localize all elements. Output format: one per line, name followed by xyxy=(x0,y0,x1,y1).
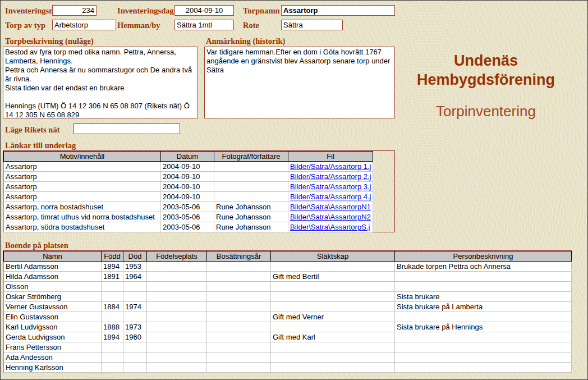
inventeringsdag-input[interactable] xyxy=(174,5,234,16)
residents-cell-bosattningsar xyxy=(207,262,271,272)
residents-cell-personbeskrivning xyxy=(395,282,572,292)
residents-cell-bosattningsar xyxy=(207,342,271,352)
links-cell-motiv: Assartorp xyxy=(4,162,161,172)
file-link[interactable]: Bilder\Satra\AssartorpN2 xyxy=(290,213,371,221)
residents-cell-dod xyxy=(123,312,147,322)
residents-cell-personbeskrivning: Sista brukare xyxy=(395,292,572,302)
anmarkning-label: Anmärkning (historik) xyxy=(206,36,285,46)
links-cell-motiv: Assartorp, södra bostadshuset xyxy=(4,222,161,232)
file-link[interactable]: Bilder/Satra/Assartorp 3.j xyxy=(290,182,371,191)
torpnamn-input[interactable] xyxy=(281,5,395,16)
rote-label: Rote xyxy=(243,21,259,30)
residents-header-fodelseplats: Födelseplats xyxy=(147,251,207,262)
residents-cell-slaktskap xyxy=(271,282,395,292)
links-cell-datum: 2004-09-10 xyxy=(161,192,214,202)
residents-cell-fodelseplats xyxy=(147,352,207,363)
residents-cell-fodelseplats xyxy=(147,332,207,342)
residents-cell-fodd xyxy=(102,352,123,363)
residents-table-row: Frans Pettersson xyxy=(4,342,572,352)
links-cell-fil: Bilder/Satra/Assartorp 1.j xyxy=(288,162,373,172)
file-link[interactable]: Bilder/Satra/Assartorp 4.j xyxy=(290,193,371,201)
residents-cell-fodelseplats xyxy=(147,322,207,332)
links-table-row: Assartorp, norra bostadshuset 2003-05-06… xyxy=(4,202,373,212)
residents-cell-fodd xyxy=(102,292,123,302)
residents-cell-namn: Henning Karlsson xyxy=(4,363,102,373)
links-cell-fil: Bilder/Satra/Assartorp 3.j xyxy=(288,182,373,192)
links-section-heading: Länkar till underlag xyxy=(5,141,76,150)
residents-cell-fodelseplats xyxy=(147,272,207,282)
residents-cell-fodd xyxy=(102,282,123,292)
organization-title: Undenäs Hembygdsförening xyxy=(399,51,573,89)
residents-table-header-row: Namn Född Död Födelseplats Bosättningsår… xyxy=(4,251,572,262)
links-table-header-row: Motiv/innehåll Datum Fotograf/författare… xyxy=(4,152,373,162)
residents-cell-fodd: 1894 xyxy=(102,332,123,342)
residents-cell-fodd: 1888 xyxy=(102,322,123,332)
links-cell-fil: Bilder/Satra/Assartorp 2.j xyxy=(288,172,373,182)
lage-rikets-nat-input[interactable] xyxy=(74,123,180,134)
links-cell-motiv: Assartorp xyxy=(4,182,161,192)
residents-cell-namn: Bertil Adamsson xyxy=(4,262,102,272)
residents-cell-fodd xyxy=(102,363,123,373)
links-cell-motiv: Assartorp xyxy=(4,172,161,182)
links-cell-fil: Bilder/Satra/Assartorp 4.j xyxy=(288,192,373,202)
links-cell-fil: Bilder\Satra\AssartorpN2 xyxy=(288,212,373,222)
residents-cell-bosattningsar xyxy=(207,332,271,342)
residents-cell-fodelseplats xyxy=(147,342,207,352)
residents-cell-namn: Gerda Ludvigsson xyxy=(4,332,102,342)
residents-table-row: Henning Karlsson xyxy=(4,363,572,373)
residents-header-bosattningsar: Bosättningsår xyxy=(207,251,271,262)
residents-cell-slaktskap xyxy=(271,262,395,272)
rote-input[interactable] xyxy=(281,20,343,30)
links-cell-fil: Bilder\Satra\AssartorpN1 xyxy=(288,202,373,212)
residents-cell-personbeskrivning xyxy=(395,272,572,282)
lage-rikets-nat-label: Läge Rikets nät xyxy=(5,125,59,135)
torpbeskrivning-textarea[interactable]: Bestod av fyra torp med olika namn. Pett… xyxy=(3,47,198,118)
file-link[interactable]: Bilder/Satra/Assartorp 1.j xyxy=(290,162,371,171)
residents-cell-bosattningsar xyxy=(207,312,271,322)
residents-header-namn: Namn xyxy=(4,251,102,262)
residents-cell-namn: Karl Ludvigsson xyxy=(4,322,102,332)
residents-cell-namn: Frans Pettersson xyxy=(4,342,102,352)
residents-cell-slaktskap xyxy=(271,342,395,352)
links-header-datum: Datum xyxy=(161,152,214,162)
residents-cell-dod xyxy=(123,352,147,363)
links-cell-motiv: Assartorp, norra bostadshuset xyxy=(4,202,161,212)
residents-section-heading: Boende på platsen xyxy=(5,241,68,250)
hemman-by-input[interactable] xyxy=(174,20,234,30)
residents-cell-fodd: 1891 xyxy=(102,272,123,282)
residents-cell-fodelseplats xyxy=(147,262,207,272)
file-link[interactable]: Bilder/Satra/Assartorp 2.j xyxy=(290,172,371,181)
anmarkning-textarea[interactable]: Var tidigare hemman.Efter en dom i Göta … xyxy=(204,47,395,118)
links-cell-datum: 2003-05-06 xyxy=(161,212,214,222)
residents-cell-dod: 1973 xyxy=(123,322,147,332)
file-link[interactable]: Bilder\Satra\AssartorpN1 xyxy=(290,203,371,211)
residents-cell-personbeskrivning xyxy=(395,332,572,342)
file-link[interactable]: Bilder\Satra\AssartorpS.j xyxy=(290,223,370,231)
residents-cell-dod xyxy=(123,282,147,292)
links-cell-fil: Bilder\Satra\AssartorpS.j xyxy=(288,222,373,232)
residents-cell-slaktskap: Gift med Karl xyxy=(271,332,395,342)
links-cell-datum: 2004-09-10 xyxy=(161,182,214,192)
residents-cell-personbeskrivning xyxy=(395,312,572,322)
residents-table-row: Oskar Strömberg Sista brukare xyxy=(4,292,572,302)
residents-cell-dod: 1964 xyxy=(123,272,147,282)
residents-cell-personbeskrivning xyxy=(395,352,572,363)
links-table-row: Assartorp 2004-09-10 Bilder/Satra/Assart… xyxy=(4,172,373,182)
residents-cell-slaktskap xyxy=(271,363,395,373)
links-cell-datum: 2004-09-10 xyxy=(161,172,214,182)
residents-cell-slaktskap: Gift med Verner xyxy=(271,312,395,322)
torp-av-typ-input[interactable] xyxy=(52,20,116,30)
torpnamn-label: Torpnamn xyxy=(243,6,280,16)
residents-cell-namn: Olsson xyxy=(4,282,102,292)
inventeringsnr-input[interactable] xyxy=(52,5,97,16)
links-cell-datum: 2003-05-06 xyxy=(161,202,214,212)
residents-cell-fodd xyxy=(102,342,123,352)
residents-cell-fodelseplats xyxy=(147,312,207,322)
residents-table-row: Karl Ludvigsson 1888 1973 Sista brukare … xyxy=(4,322,572,332)
residents-cell-personbeskrivning xyxy=(395,363,572,373)
residents-cell-personbeskrivning: Brukade torpen Pettra och Annersa xyxy=(395,262,572,272)
residents-header-dod: Död xyxy=(123,251,147,262)
torp-av-typ-label: Torp av typ xyxy=(5,21,45,30)
links-table-frame: Motiv/innehåll Datum Fotograf/författare… xyxy=(3,150,395,232)
links-table-row: Assartorp, södra bostadshuset 2003-05-06… xyxy=(4,222,373,232)
